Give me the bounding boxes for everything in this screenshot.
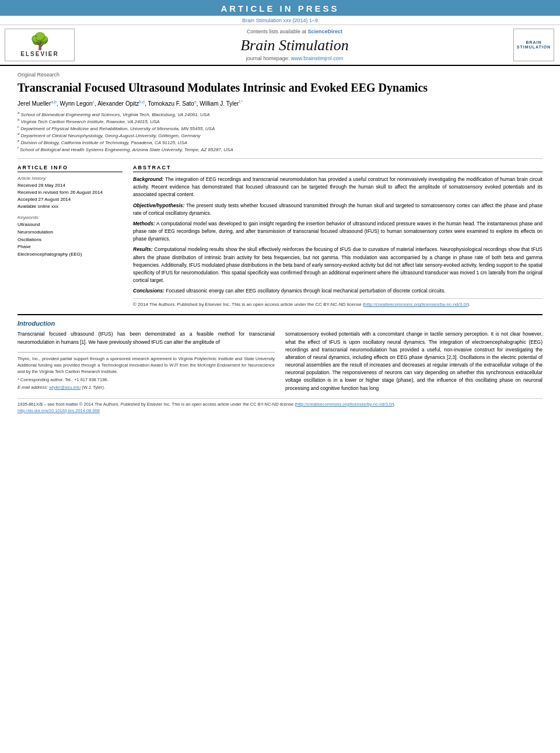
journal-name: Brain Stimulation [240, 37, 349, 54]
abstract-objective: Objective/hypothesis: The present study … [133, 202, 542, 217]
abstract-column: ABSTRACT Background: The integration of … [133, 165, 542, 307]
keyword-3: Oscillations [18, 236, 123, 244]
article-info-column: ARTICLE INFO Article history: Received 2… [18, 165, 123, 307]
abstract-methods: Methods: A computational model was devel… [133, 220, 542, 243]
intro-right-text: somatosensory evoked potentials with a c… [285, 330, 542, 392]
footnote-email: E-mail address: wtyler@asu.edu (W.J. Tyl… [18, 384, 275, 391]
author-william: William J. Tylerf,* [200, 100, 243, 107]
keyword-1: Ultrasound [18, 221, 123, 229]
affiliation-c: c Department of Physical Medicine and Re… [18, 126, 542, 133]
received-revised-date: Received in revised form 26 August 2014 [18, 189, 123, 196]
abstract-background: Background: The integration of EEG recor… [133, 176, 542, 199]
affiliations: a School of Biomedical Engineering and S… [18, 111, 542, 159]
abstract-header: ABSTRACT [133, 165, 542, 172]
journal-ref-line: Brain Stimulation xxx (2014) 1–9 [0, 16, 560, 25]
affiliation-a: a School of Biomedical Engineering and S… [18, 111, 542, 118]
homepage-url: www.brainstimjrnl.com [291, 55, 344, 61]
keyword-2: Neuromodulation [18, 229, 123, 236]
doi-link[interactable]: http://dx.doi.org/10.1016/j.brs.2014.08.… [18, 408, 100, 413]
journal-ref-text: Brain Stimulation xxx (2014) 1–9 [242, 18, 318, 23]
contents-label: Contents lists available at [247, 29, 306, 34]
authors-line: Jerel Muellera,b, Wynn Legonc, Alexander… [18, 100, 542, 108]
license-link[interactable]: http://creativecommons.org/licenses/by-n… [365, 302, 468, 307]
journal-header: 🌳 ELSEVIER Contents lists available at S… [0, 25, 560, 66]
journal-title-area: Contents lists available at ScienceDirec… [80, 29, 509, 61]
keywords-label: Keywords: [18, 215, 123, 220]
affiliation-b: b Virginia Tech Carilion Research Instit… [18, 118, 542, 126]
abstract-results: Results: Computational modeling results … [133, 246, 542, 284]
intro-right-col: somatosensory evoked potentials with a c… [285, 330, 542, 392]
copyright-issn: 1935-861X/$ – see front matter © 2014 Th… [18, 401, 542, 407]
introduction-body: Transcranial focused ultrasound (tFUS) h… [18, 330, 542, 392]
author-tomokazu: Tomokazu F. Satoe [148, 100, 196, 107]
keyword-4: Phase [18, 243, 123, 251]
article-history-section: Article history: Received 28 May 2014 Re… [18, 176, 123, 210]
sciencedirect-line: Contents lists available at ScienceDirec… [247, 29, 342, 34]
homepage-label: journal homepage: [246, 55, 290, 61]
content-area: Original Research Transcranial Focused U… [0, 72, 560, 417]
intro-left-col: Transcranial focused ultrasound (tFUS) h… [18, 330, 275, 392]
footnote-funding: Thync, Inc., provided partial support th… [18, 355, 275, 375]
received-date: Received 28 May 2014 [18, 182, 123, 189]
section-divider [18, 314, 542, 315]
copyright-doi: http://dx.doi.org/10.1016/j.brs.2014.08.… [18, 407, 542, 414]
article-info-header: ARTICLE INFO [18, 165, 123, 172]
banner-text: ARTICLE IN PRESS [220, 4, 339, 13]
elsevier-logo: 🌳 ELSEVIER [5, 29, 75, 61]
sciencedirect-link[interactable]: ScienceDirect [308, 29, 343, 34]
affiliation-f: f School of Biological and Health System… [18, 147, 542, 154]
article-info-abstract-section: ARTICLE INFO Article history: Received 2… [18, 165, 542, 307]
history-label: Article history: [18, 176, 123, 181]
article-type: Original Research [18, 72, 542, 78]
brain-stim-logo: BRAIN STIMULATION [513, 29, 554, 61]
keyword-5: Electroencephalography (EEG) [18, 251, 123, 259]
bottom-copyright: 1935-861X/$ – see front matter © 2014 Th… [18, 398, 542, 418]
author-alexander: Alexander Opitzb,d [97, 100, 145, 107]
introduction-heading: Introduction [18, 320, 542, 327]
brain-stim-title: BRAIN STIMULATION [517, 40, 551, 50]
abstract-license: © 2014 The Authors. Published by Elsevie… [133, 298, 542, 307]
abstract-text: Background: The integration of EEG recor… [133, 176, 542, 295]
elsevier-tree-icon: 🌳 [30, 33, 50, 50]
copyright-license-link[interactable]: http://creativecommons.org/licenses/by-n… [296, 402, 393, 407]
email-link[interactable]: wtyler@asu.edu [49, 385, 80, 390]
footnotes-area: Thync, Inc., provided partial support th… [18, 352, 275, 391]
affiliation-e: e Division of Biology, California Instit… [18, 140, 542, 147]
keywords-section: Keywords: Ultrasound Neuromodulation Osc… [18, 215, 123, 259]
available-online: Available online xxx [18, 203, 123, 210]
article-in-press-banner: ARTICLE IN PRESS [0, 0, 560, 16]
abstract-conclusions: Conclusions: Focused ultrasonic energy c… [133, 287, 542, 295]
article-title: Transcranial Focused Ultrasound Modulate… [18, 80, 542, 95]
journal-homepage: journal homepage: www.brainstimjrnl.com [246, 55, 344, 61]
author-wynn: Wynn Legonc [60, 100, 95, 107]
affiliation-d: d Department of Clinical Neurophysiology… [18, 133, 542, 140]
author-jerel: Jerel Muellera,b [18, 100, 57, 107]
accepted-date: Accepted 27 August 2014 [18, 196, 123, 203]
elsevier-label: ELSEVIER [20, 51, 58, 57]
intro-left-text: Transcranial focused ultrasound (tFUS) h… [18, 330, 275, 346]
footnote-corresponding: * Corresponding author. Tel.: +1 617 938… [18, 376, 275, 383]
